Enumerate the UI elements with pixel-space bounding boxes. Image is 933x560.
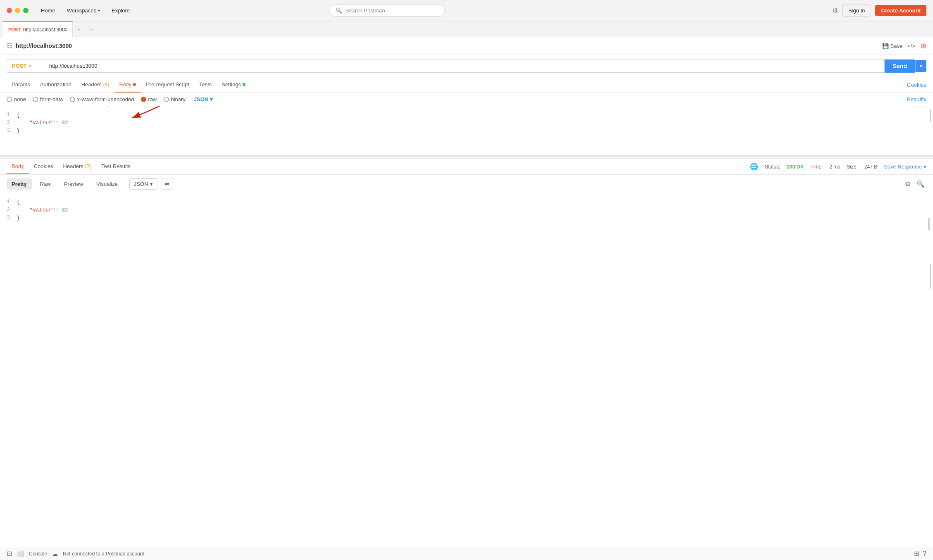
send-button[interactable]: Send xyxy=(885,59,915,73)
filter-icon[interactable]: ⇌ xyxy=(161,178,173,190)
nav-workspaces[interactable]: Workspaces ▾ xyxy=(64,6,102,15)
line-number: 2 xyxy=(0,120,17,126)
json-fmt-chevron-icon: ▾ xyxy=(150,181,153,187)
search-icon: 🔍 xyxy=(336,7,342,14)
create-account-button[interactable]: Create Account xyxy=(875,5,926,16)
size-value: 247 B xyxy=(864,164,877,170)
send-dropdown-button[interactable]: ▾ xyxy=(915,60,926,72)
line-content: } xyxy=(17,215,933,221)
time-label: Time: xyxy=(811,164,823,170)
fmt-preview[interactable]: Preview xyxy=(59,178,88,190)
main-area: ☷ http://localhost:3000 💾 Save </> ⊕ POS… xyxy=(0,37,933,547)
url-input[interactable] xyxy=(44,59,885,73)
tab-settings[interactable]: Settings xyxy=(217,77,250,93)
url-bar: POST ▾ Send ▾ xyxy=(0,55,933,77)
fmt-pretty[interactable]: Pretty xyxy=(7,178,32,190)
json-dropdown[interactable]: JSON ▾ xyxy=(194,96,213,102)
tab-body[interactable]: Body xyxy=(114,77,141,93)
response-scrollbar[interactable] xyxy=(930,264,931,289)
copy-icon[interactable]: ⧉ xyxy=(904,179,912,189)
method-dropdown[interactable]: POST ▾ xyxy=(7,59,44,73)
status-label: Status: xyxy=(765,164,780,170)
search-bar[interactable]: 🔍 Search Postman xyxy=(329,5,445,17)
response-tabs-bar: Body Cookies Headers (7) Test Results 🌐 … xyxy=(0,159,933,175)
nav-explore[interactable]: Explore xyxy=(109,6,132,15)
code-line-1: 1 { xyxy=(0,111,933,119)
code-line-2: 2 "valeur": 32 xyxy=(0,119,933,127)
help-icon[interactable]: ? xyxy=(923,550,926,558)
maximize-button[interactable] xyxy=(23,8,29,13)
resp-tab-headers[interactable]: Headers (7) xyxy=(58,159,97,174)
code-line-3: 3 } xyxy=(0,127,933,135)
cloud-icon: ☁ xyxy=(52,551,58,557)
save-button[interactable]: 💾 Save xyxy=(882,43,903,49)
gear-icon[interactable]: ⚙ xyxy=(832,7,838,14)
line-number: 3 xyxy=(0,215,17,221)
resp-tab-test-results[interactable]: Test Results xyxy=(96,159,136,174)
editor-scrollbar[interactable] xyxy=(930,109,931,122)
response-code-editor[interactable]: 1 { 2 "valeur": 32 3 } xyxy=(0,193,933,547)
save-icon: 💾 xyxy=(882,43,889,49)
size-label: Size: xyxy=(847,164,858,170)
nav-home[interactable]: Home xyxy=(38,6,58,15)
tab-method: POST xyxy=(8,27,21,32)
close-button[interactable] xyxy=(7,8,12,13)
resp-tab-body[interactable]: Body xyxy=(7,159,29,174)
none-radio[interactable] xyxy=(7,97,12,102)
new-tab-button[interactable]: + xyxy=(73,26,85,33)
titlebar-right: ⚙ Sign In Create Account xyxy=(832,5,926,17)
response-format-bar: Pretty Raw Preview Visualize JSON ▾ ⇌ ⧉ … xyxy=(0,175,933,193)
binary-radio[interactable] xyxy=(164,97,169,102)
resp-tab-cookies[interactable]: Cookies xyxy=(29,159,58,174)
console-icon[interactable]: ⬜ xyxy=(17,551,24,557)
minimize-button[interactable] xyxy=(15,8,20,13)
console-label[interactable]: Console xyxy=(29,551,47,557)
request-tab[interactable]: POST http://localhost:3000 xyxy=(3,21,73,37)
tab-headers[interactable]: Headers (8) xyxy=(76,77,114,93)
request-code-editor[interactable]: 1 { 2 "valeur": 32 3 } xyxy=(0,106,933,156)
response-json-dropdown[interactable]: JSON ▾ xyxy=(129,178,157,190)
tab-tests[interactable]: Tests xyxy=(194,77,217,93)
body-binary-option[interactable]: binary xyxy=(164,96,186,102)
scrollbar-thumb-2 xyxy=(928,218,930,230)
tab-url: http://localhost:3000 xyxy=(23,27,67,33)
body-none-option[interactable]: none xyxy=(7,96,26,102)
fmt-visualize[interactable]: Visualize xyxy=(91,178,123,190)
body-raw-option[interactable]: raw xyxy=(141,96,157,102)
line-content: "valeur": 32 xyxy=(17,207,933,213)
tab-authorization[interactable]: Authorization xyxy=(35,77,76,93)
cookies-link[interactable]: Cookies xyxy=(907,82,926,88)
search-placeholder: Search Postman xyxy=(345,7,385,14)
status-area: 🌐 Status: 200 OK Time: 2 ms Size: 247 B … xyxy=(750,163,926,171)
x-www-radio[interactable] xyxy=(70,97,75,102)
globe-icon: 🌐 xyxy=(750,163,758,171)
body-form-data-option[interactable]: form-data xyxy=(33,96,63,102)
traffic-lights xyxy=(7,8,29,13)
body-options: none form-data x-www-form-urlencoded raw… xyxy=(0,93,933,106)
line-number: 1 xyxy=(0,199,17,205)
beautify-button[interactable]: Beautify xyxy=(907,96,926,102)
sign-in-button[interactable]: Sign In xyxy=(842,5,871,17)
search-response-icon[interactable]: 🔍 xyxy=(915,179,926,189)
form-data-radio[interactable] xyxy=(33,97,38,102)
raw-radio[interactable] xyxy=(141,97,146,102)
grid-icon[interactable]: ⊞ xyxy=(914,550,919,558)
notifications-icon[interactable]: ⊕ xyxy=(920,41,926,50)
settings-dot xyxy=(243,83,245,86)
response-section: Body Cookies Headers (7) Test Results 🌐 … xyxy=(0,159,933,547)
body-x-www-option[interactable]: x-www-form-urlencoded xyxy=(70,96,134,102)
layout-toggle-icon[interactable]: ⊡ xyxy=(7,550,12,558)
more-tabs-button[interactable]: ··· xyxy=(85,26,97,33)
code-icon[interactable]: </> xyxy=(907,43,915,49)
line-content: { xyxy=(17,199,933,205)
resp-code-line-1: 1 { xyxy=(0,198,933,206)
fmt-raw[interactable]: Raw xyxy=(35,178,56,190)
tab-params[interactable]: Params xyxy=(7,77,35,93)
tab-pre-request[interactable]: Pre-request Script xyxy=(141,77,194,93)
response-icons: ⧉ 🔍 xyxy=(904,179,926,189)
tabbar: POST http://localhost:3000 + ··· xyxy=(0,21,933,37)
request-header: ☷ http://localhost:3000 💾 Save </> ⊕ xyxy=(0,37,933,55)
save-response-button[interactable]: Save Response ▾ xyxy=(884,164,926,170)
method-chevron-icon: ▾ xyxy=(29,64,31,68)
line-number: 3 xyxy=(0,128,17,133)
